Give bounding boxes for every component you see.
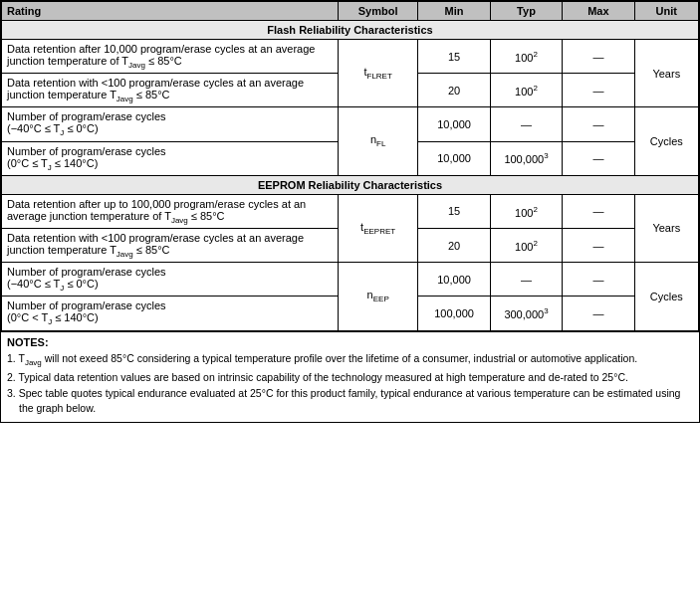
flash-unit-cycles: Cycles	[634, 107, 698, 175]
eeprom-rating-3: Number of program/erase cycles(−40°C ≤ T…	[2, 263, 339, 297]
header-symbol: Symbol	[338, 2, 417, 21]
eeprom-rating-2: Data retention with <100 program/erase c…	[2, 228, 339, 262]
reliability-table-wrapper: Rating Symbol Min Typ Max Unit Flash Rel…	[0, 0, 700, 332]
eeprom-max-3: —	[563, 263, 634, 297]
eeprom-min-4: 100,000	[418, 297, 490, 330]
eeprom-rating-1: Data retention after up to 100,000 progr…	[2, 194, 339, 228]
eeprom-symbol-2: nEEP	[338, 263, 417, 330]
flash-min-3: 10,000	[418, 107, 490, 141]
eeprom-symbol-1: tEEPRET	[338, 194, 417, 262]
eeprom-min-2: 20	[418, 228, 490, 262]
flash-max-4: —	[563, 141, 634, 175]
note-1: 1. TJavg will not exeed 85°C considering…	[7, 351, 693, 368]
note-2: 2. Typical data retention values are bas…	[7, 370, 693, 385]
eeprom-typ-3: —	[490, 263, 562, 297]
eeprom-typ-2: 1002	[490, 228, 562, 262]
eeprom-typ-4: 300,0003	[490, 297, 562, 330]
flash-symbol-1: tFLRET	[338, 40, 417, 107]
flash-rating-1: Data retention after 10,000 program/eras…	[2, 40, 339, 74]
eeprom-unit-cycles: Cycles	[634, 263, 698, 330]
flash-max-2: —	[563, 74, 634, 107]
flash-max-3: —	[563, 107, 634, 141]
flash-unit-years: Years	[634, 40, 698, 107]
flash-symbol-2: nFL	[338, 107, 417, 175]
flash-rating-2: Data retention with <100 program/erase c…	[2, 74, 339, 107]
header-typ: Typ	[490, 2, 562, 21]
header-unit: Unit	[634, 2, 698, 21]
flash-section-header-row: Flash Reliability Characteristics	[2, 21, 699, 40]
flash-typ-4: 100,0003	[490, 141, 562, 175]
header-rating: Rating	[2, 2, 339, 21]
flash-min-2: 20	[418, 74, 490, 107]
table-header-row: Rating Symbol Min Typ Max Unit	[2, 2, 699, 21]
flash-rating-3: Number of program/erase cycles(−40°C ≤ T…	[2, 107, 339, 141]
eeprom-max-2: —	[563, 228, 634, 262]
eeprom-typ-1: 1002	[490, 194, 562, 228]
eeprom-max-4: —	[563, 297, 634, 330]
header-min: Min	[418, 2, 490, 21]
header-max: Max	[563, 2, 634, 21]
flash-section-header: Flash Reliability Characteristics	[2, 21, 699, 40]
notes-title: NOTES:	[7, 336, 693, 348]
flash-max-1: —	[563, 40, 634, 74]
eeprom-row-3: Number of program/erase cycles(−40°C ≤ T…	[2, 263, 699, 297]
eeprom-unit-years: Years	[634, 194, 698, 262]
notes-section: NOTES: 1. TJavg will not exeed 85°C cons…	[0, 332, 700, 423]
eeprom-row-1: Data retention after up to 100,000 progr…	[2, 194, 699, 228]
flash-typ-1: 1002	[490, 40, 562, 74]
reliability-table: Rating Symbol Min Typ Max Unit Flash Rel…	[1, 1, 699, 331]
flash-rating-4: Number of program/erase cycles(0°C ≤ TJ …	[2, 141, 339, 175]
eeprom-max-1: —	[563, 194, 634, 228]
eeprom-min-3: 10,000	[418, 263, 490, 297]
flash-min-4: 10,000	[418, 141, 490, 175]
note-3: 3. Spec table quotes typical endurance e…	[7, 386, 693, 415]
eeprom-rating-4: Number of program/erase cycles(0°C < TJ …	[2, 297, 339, 330]
eeprom-min-1: 15	[418, 194, 490, 228]
eeprom-section-header-row: EEPROM Reliability Characteristics	[2, 175, 699, 194]
flash-min-1: 15	[418, 40, 490, 74]
eeprom-section-header: EEPROM Reliability Characteristics	[2, 175, 699, 194]
flash-row-1: Data retention after 10,000 program/eras…	[2, 40, 699, 74]
flash-typ-2: 1002	[490, 74, 562, 107]
flash-typ-3: —	[490, 107, 562, 141]
flash-row-3: Number of program/erase cycles(−40°C ≤ T…	[2, 107, 699, 141]
